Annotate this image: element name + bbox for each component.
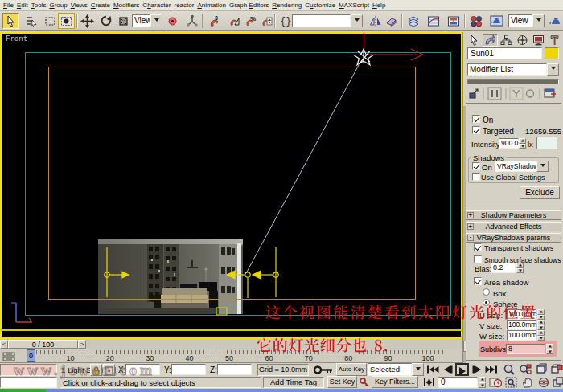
- mirror-button[interactable]: [367, 13, 384, 29]
- menu-maxscript[interactable]: MAXScript: [337, 2, 371, 9]
- menu-views[interactable]: Views: [69, 2, 89, 9]
- modifier-list-dropdown[interactable]: Modifier List: [467, 63, 559, 76]
- wsize-spinner[interactable]: [537, 330, 545, 341]
- tab-create[interactable]: [466, 34, 482, 47]
- intensity-spinner[interactable]: [519, 138, 526, 149]
- vsize-field[interactable]: 100.0mm: [507, 320, 536, 330]
- named-selection-sets-button[interactable]: {}: [277, 13, 294, 29]
- object-color-swatch[interactable]: [545, 47, 559, 59]
- menu-file[interactable]: File: [2, 2, 15, 9]
- light-color-swatch[interactable]: [536, 137, 557, 149]
- bias-field[interactable]: 0.2: [491, 263, 516, 273]
- y-coordinate-field[interactable]: [171, 364, 206, 375]
- time-slider-next[interactable]: >: [78, 340, 86, 349]
- previous-frame-button[interactable]: [442, 365, 454, 374]
- play-animation-button[interactable]: [455, 363, 469, 376]
- frame-spinner[interactable]: [479, 377, 486, 388]
- auto-key-button[interactable]: Auto Key: [336, 363, 367, 376]
- modifier-stack[interactable]: [467, 79, 559, 84]
- region-zoom-button[interactable]: [505, 377, 518, 388]
- zoom-button[interactable]: [503, 363, 516, 376]
- track-bar[interactable]: 0102030405060708090100 0: [0, 349, 462, 363]
- maxscript-listener-white[interactable]: [0, 377, 57, 388]
- sphere-radio[interactable]: [483, 299, 490, 306]
- window-crossing-toggle[interactable]: [58, 13, 75, 29]
- current-frame-field[interactable]: 0: [438, 377, 478, 388]
- z-coordinate-field[interactable]: [217, 364, 252, 375]
- wsize-field[interactable]: 100.0mm: [507, 330, 536, 341]
- time-slider[interactable]: < 0 / 100 >: [0, 338, 462, 349]
- go-to-start-button[interactable]: [426, 365, 439, 374]
- time-slider-handle[interactable]: 0 / 100: [8, 340, 78, 349]
- key-filters-button[interactable]: Key Filters...: [372, 376, 418, 388]
- percent-snap-toggle-button[interactable]: %: [242, 13, 259, 29]
- reference-coordinate-system-dropdown[interactable]: View: [132, 14, 162, 27]
- key-mode-toggle[interactable]: [423, 378, 435, 387]
- smooth-surface-checkbox[interactable]: [474, 255, 482, 263]
- select-by-name-button[interactable]: [23, 13, 39, 29]
- named-selection-dropdown[interactable]: [292, 14, 363, 27]
- time-slider-prev[interactable]: <: [0, 340, 8, 349]
- go-to-end-button[interactable]: [485, 365, 498, 374]
- menu-edit[interactable]: Edit: [15, 2, 30, 9]
- current-frame-indicator[interactable]: 0: [27, 349, 35, 362]
- spinner-snap-toggle-button[interactable]: [258, 13, 275, 29]
- windows-taskbar[interactable]: [0, 389, 563, 392]
- menu-help[interactable]: Help: [371, 2, 387, 9]
- tab-display[interactable]: [531, 34, 546, 47]
- select-and-scale-button[interactable]: [115, 13, 132, 29]
- time-configuration-button[interactable]: [489, 377, 502, 388]
- tab-hierarchy[interactable]: [499, 34, 514, 47]
- front-viewport[interactable]: Front: [0, 32, 462, 338]
- vsize-spinner[interactable]: [537, 320, 545, 330]
- min-max-toggle-button[interactable]: [553, 377, 563, 388]
- zoom-all-button[interactable]: [519, 363, 532, 376]
- select-and-manipulate-button[interactable]: [183, 13, 200, 29]
- bias-spinner[interactable]: [516, 263, 524, 273]
- transparent-shadows-checkbox[interactable]: [474, 243, 482, 251]
- rectangular-selection-region-button[interactable]: [42, 13, 59, 29]
- use-center-flyout-button[interactable]: [164, 13, 181, 29]
- arc-rotate-button[interactable]: [537, 377, 550, 388]
- selection-filter-dropdown[interactable]: Selected: [368, 363, 424, 376]
- menu-reactor[interactable]: reactor: [172, 2, 195, 9]
- render-scene-dialog-button[interactable]: [488, 13, 505, 29]
- intensity-field[interactable]: 900.0: [499, 138, 519, 149]
- angle-snap-toggle-button[interactable]: [226, 13, 243, 29]
- mini-curve-editor-icon[interactable]: [2, 351, 17, 361]
- layer-manager-button[interactable]: [405, 13, 421, 29]
- next-frame-button[interactable]: [471, 365, 483, 374]
- tab-utilities[interactable]: [547, 34, 562, 47]
- keyboard-shortcut-override-icon[interactable]: [313, 364, 334, 376]
- left-manipulator[interactable]: [105, 247, 129, 297]
- select-and-rotate-button[interactable]: [97, 13, 114, 29]
- align-button[interactable]: [383, 13, 400, 29]
- exclude-button[interactable]: Exclude: [520, 186, 560, 199]
- curve-editor-button[interactable]: [425, 13, 442, 29]
- menu-create[interactable]: Create: [89, 2, 112, 9]
- box-radio[interactable]: [483, 288, 490, 296]
- tab-modify[interactable]: [483, 34, 498, 47]
- vraysun-gizmo[interactable]: [354, 49, 373, 65]
- right-manipulator[interactable]: [227, 247, 278, 298]
- render-type-dropdown[interactable]: View: [508, 14, 545, 27]
- snap-toggle-3d-button[interactable]: 3: [205, 13, 222, 29]
- menu-graph-editors[interactable]: Graph Editors: [228, 2, 270, 9]
- rollout-advanced-effects[interactable]: +Advanced Effects: [466, 222, 561, 231]
- menu-tools[interactable]: Tools: [30, 2, 48, 9]
- shadows-on-checkbox[interactable]: [472, 162, 480, 170]
- rollout-shadow-parameters[interactable]: +Shadow Parameters: [466, 210, 561, 220]
- add-time-tag[interactable]: Add Time Tag: [263, 377, 324, 388]
- set-key-icon[interactable]: [359, 377, 370, 388]
- set-key-button[interactable]: Set Key: [327, 376, 357, 388]
- sun-target-object[interactable]: [216, 308, 227, 315]
- menu-character[interactable]: Character: [141, 2, 172, 9]
- menu-rendering[interactable]: Rendering: [270, 2, 303, 9]
- pan-view-button[interactable]: [521, 377, 534, 388]
- shadow-type-dropdown[interactable]: VRayShadow: [495, 161, 549, 172]
- material-editor-button[interactable]: [467, 13, 484, 29]
- use-global-settings-checkbox[interactable]: [472, 173, 480, 181]
- zoom-extents-all-button[interactable]: [550, 363, 563, 376]
- area-shadow-checkbox[interactable]: [474, 277, 482, 285]
- rollout-vrayshadows-params[interactable]: -VRayShadows params: [466, 233, 561, 243]
